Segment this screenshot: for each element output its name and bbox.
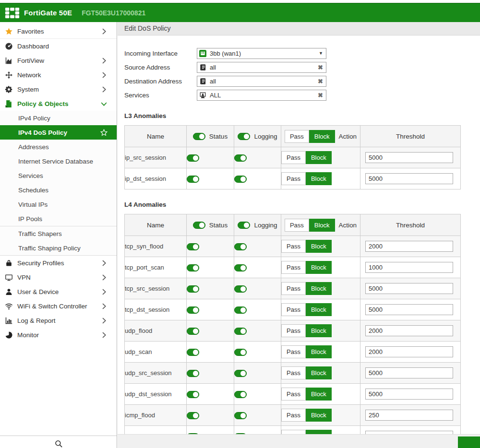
sidebar-item-system[interactable]: System bbox=[0, 82, 117, 96]
source-address-field[interactable]: all✖ bbox=[197, 62, 326, 73]
block-button[interactable]: Block bbox=[306, 409, 332, 422]
pass-button[interactable]: Pass bbox=[281, 172, 306, 185]
pass-button[interactable]: Pass bbox=[281, 282, 306, 295]
logging-toggle[interactable] bbox=[234, 307, 247, 314]
threshold-input[interactable] bbox=[365, 304, 453, 315]
sidebar-item-ip-pools[interactable]: IP Pools bbox=[0, 212, 117, 226]
remove-icon[interactable]: ✖ bbox=[318, 64, 323, 71]
sidebar-nav: FavoritesDashboardFortiViewNetworkSystem… bbox=[0, 22, 117, 342]
sidebar-item-network[interactable]: Network bbox=[0, 68, 117, 82]
block-button[interactable]: Block bbox=[306, 303, 332, 316]
sidebar-item-internet-service-database[interactable]: Internet Service Database bbox=[0, 154, 117, 168]
pass-button[interactable]: Pass bbox=[281, 324, 306, 337]
threshold-input[interactable] bbox=[365, 389, 453, 400]
status-toggle[interactable] bbox=[187, 307, 199, 314]
incoming-interface-field[interactable]: 3bb (wan1)▼ bbox=[197, 48, 326, 59]
status-toggle[interactable] bbox=[187, 412, 199, 419]
sidebar-item-ipv4-dos-policy[interactable]: IPv4 DoS Policy bbox=[0, 125, 117, 140]
status-toggle[interactable] bbox=[187, 243, 199, 250]
status-toggle[interactable] bbox=[187, 176, 199, 183]
star-outline-icon[interactable] bbox=[100, 129, 108, 137]
threshold-input[interactable] bbox=[365, 367, 453, 378]
anomaly-row-ip-src-session: ip_src_sessionPassBlock bbox=[125, 147, 461, 168]
logging-toggle[interactable] bbox=[234, 370, 247, 377]
status-toggle[interactable] bbox=[187, 285, 199, 293]
logging-toggle[interactable] bbox=[234, 243, 247, 250]
logging-toggle[interactable] bbox=[234, 349, 247, 356]
sidebar-item-favorites[interactable]: Favorites bbox=[0, 24, 117, 38]
block-button[interactable]: Block bbox=[306, 388, 332, 401]
sidebar-item-vpn[interactable]: VPN bbox=[0, 270, 117, 284]
block-button[interactable]: Block bbox=[306, 282, 332, 295]
threshold-input[interactable] bbox=[365, 325, 453, 336]
threshold-input[interactable] bbox=[365, 173, 453, 184]
status-toggle[interactable] bbox=[187, 370, 199, 377]
status-toggle[interactable] bbox=[187, 391, 199, 398]
status-toggle[interactable] bbox=[187, 328, 199, 335]
status-toggle[interactable] bbox=[187, 154, 199, 162]
logging-toggle[interactable] bbox=[234, 154, 247, 162]
dropdown-caret-icon[interactable]: ▼ bbox=[319, 51, 323, 56]
sidebar-item-security-profiles[interactable]: Security Profiles bbox=[0, 256, 117, 270]
block-button[interactable]: Block bbox=[309, 130, 335, 143]
pass-button[interactable]: Pass bbox=[281, 409, 306, 422]
sidebar-item-dashboard[interactable]: Dashboard bbox=[0, 39, 117, 53]
search-icon[interactable] bbox=[54, 439, 63, 448]
sidebar-item-addresses[interactable]: Addresses bbox=[0, 140, 117, 154]
block-button[interactable]: Block bbox=[306, 172, 332, 185]
threshold-input[interactable] bbox=[365, 262, 453, 273]
threshold-input[interactable] bbox=[365, 410, 453, 421]
threshold-cell bbox=[360, 278, 461, 299]
pass-button[interactable]: Pass bbox=[281, 261, 306, 274]
logging-toggle[interactable] bbox=[234, 285, 247, 293]
logging-toggle[interactable] bbox=[234, 391, 247, 398]
column-header-label: Logging bbox=[254, 133, 277, 140]
pass-button[interactable]: Pass bbox=[281, 303, 306, 316]
block-button[interactable]: Block bbox=[306, 261, 332, 274]
threshold-input[interactable] bbox=[365, 152, 453, 163]
logging-master-toggle[interactable] bbox=[238, 133, 250, 140]
logging-toggle[interactable] bbox=[234, 328, 247, 335]
block-button[interactable]: Block bbox=[306, 366, 332, 379]
apply-button[interactable] bbox=[458, 436, 480, 448]
block-button[interactable]: Block bbox=[306, 240, 332, 253]
block-button[interactable]: Block bbox=[306, 345, 332, 358]
threshold-input[interactable] bbox=[365, 283, 453, 294]
sidebar-item-log-and-report[interactable]: Log & Report bbox=[0, 313, 117, 328]
block-button[interactable]: Block bbox=[306, 151, 332, 164]
status-toggle[interactable] bbox=[187, 349, 199, 356]
sidebar-item-monitor[interactable]: Monitor bbox=[0, 328, 117, 342]
sidebar-item-traffic-shapers[interactable]: Traffic Shapers bbox=[0, 226, 117, 241]
logging-toggle[interactable] bbox=[234, 412, 247, 419]
sidebar-item-virtual-ips[interactable]: Virtual IPs bbox=[0, 197, 117, 212]
sidebar-item-wifi-and-switch-controller[interactable]: WiFi & Switch Controller bbox=[0, 299, 117, 313]
sidebar-item-services[interactable]: Services bbox=[0, 168, 117, 183]
sidebar-item-ipv4-policy[interactable]: IPv4 Policy bbox=[0, 111, 117, 125]
remove-icon[interactable]: ✖ bbox=[318, 78, 323, 84]
pass-button[interactable]: Pass bbox=[281, 240, 306, 253]
status-toggle[interactable] bbox=[187, 264, 199, 271]
services-field[interactable]: ALL✖ bbox=[197, 90, 326, 101]
remove-icon[interactable]: ✖ bbox=[318, 92, 323, 98]
sidebar-item-policy-and-objects[interactable]: Policy & Objects bbox=[0, 96, 117, 111]
sidebar-item-fortiview[interactable]: FortiView bbox=[0, 53, 117, 68]
logging-toggle[interactable] bbox=[234, 176, 247, 183]
sidebar-item-schedules[interactable]: Schedules bbox=[0, 183, 117, 197]
logging-master-toggle[interactable] bbox=[238, 222, 250, 229]
threshold-input[interactable] bbox=[365, 241, 453, 252]
pass-button[interactable]: Pass bbox=[281, 345, 306, 358]
block-button[interactable]: Block bbox=[309, 219, 335, 232]
logging-toggle[interactable] bbox=[234, 264, 247, 271]
sidebar-item-traffic-shaping-policy[interactable]: Traffic Shaping Policy bbox=[0, 241, 117, 255]
threshold-input[interactable] bbox=[365, 346, 453, 357]
pass-button[interactable]: Pass bbox=[281, 151, 306, 164]
pass-button[interactable]: Pass bbox=[281, 366, 306, 379]
status-master-toggle[interactable] bbox=[193, 222, 205, 229]
pass-button[interactable]: Pass bbox=[285, 219, 309, 232]
destination-address-field[interactable]: all✖ bbox=[197, 76, 326, 87]
pass-button[interactable]: Pass bbox=[281, 388, 306, 401]
sidebar-item-user-and-device[interactable]: User & Device bbox=[0, 284, 117, 299]
status-master-toggle[interactable] bbox=[193, 133, 205, 140]
block-button[interactable]: Block bbox=[306, 324, 332, 337]
pass-button[interactable]: Pass bbox=[285, 130, 309, 143]
